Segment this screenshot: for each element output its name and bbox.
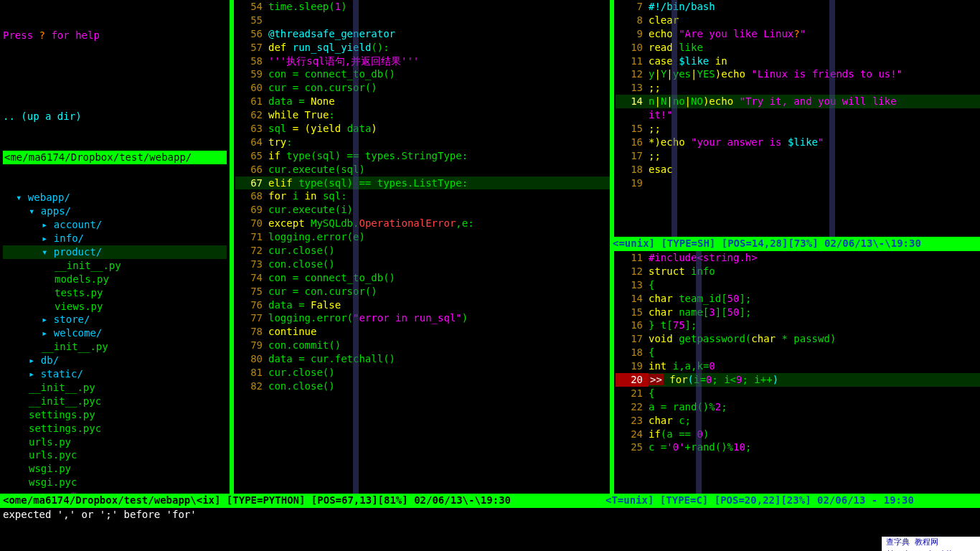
code-line[interactable]: 75 cur = con.cursor(): [235, 285, 610, 298]
code-line[interactable]: 10read like: [616, 41, 980, 55]
code-line[interactable]: 71 logging.error(e): [235, 230, 610, 244]
tree-item[interactable]: ▸ static/: [3, 367, 227, 381]
tree-item[interactable]: models.py: [3, 273, 227, 286]
tree-item[interactable]: __init__.py: [3, 381, 227, 395]
code-line[interactable]: 70 except MySQLdb.OperationalError,e:: [235, 217, 610, 230]
code-line[interactable]: 68 for i in sql:: [235, 189, 610, 203]
shell-editor-pane[interactable]: 7#!/bin/bash8clear9echo "Are you like Li…: [610, 0, 980, 237]
code-line[interactable]: 21 {: [616, 387, 980, 400]
code-line[interactable]: 74 con = connect_to_db(): [235, 271, 610, 285]
code-line[interactable]: 22 a = rand()%2;: [616, 400, 980, 414]
tree-item[interactable]: ▸ account/: [3, 218, 227, 232]
help-press: Press: [3, 29, 39, 41]
python-editor-pane[interactable]: 54 time.sleep(1)5556@threadsafe_generato…: [230, 0, 610, 494]
code-line[interactable]: 12 y|Y|yes|YES)echo "Linux is friends to…: [616, 67, 980, 81]
file-tree-pane[interactable]: Press ? for help .. (up a dir) <me/ma617…: [0, 0, 230, 494]
error-message: expected ',' or ';' before 'for': [0, 508, 980, 522]
tree-item[interactable]: settings.pyc: [3, 422, 227, 435]
tree-item[interactable]: __init__.py: [3, 259, 227, 273]
code-line[interactable]: 63 sql = (yield data): [235, 122, 610, 136]
tree-item[interactable]: __init__.pyc: [3, 395, 227, 408]
code-line[interactable]: 55: [235, 14, 610, 27]
c-editor-pane[interactable]: 11#include<string.h>12struct info13{14 c…: [610, 251, 980, 494]
code-line[interactable]: 8clear: [616, 14, 980, 27]
tree-item[interactable]: manage.py*: [3, 489, 227, 494]
code-line[interactable]: 65 if type(sql) == types.StringType:: [235, 149, 610, 163]
tree-path: <me/ma6174/Dropbox/test/webapp/: [3, 151, 227, 164]
tree-item[interactable]: wsgi.py: [3, 462, 227, 476]
code-line[interactable]: it!": [616, 108, 980, 122]
code-line[interactable]: 17 ;;: [616, 149, 980, 163]
code-line[interactable]: 77 logging.error("error in run_sql"): [235, 311, 610, 325]
tree-item[interactable]: ▾ webapp/: [3, 191, 227, 204]
code-line[interactable]: 79 con.commit(): [235, 339, 610, 352]
tree-item[interactable]: ▸ welcome/: [3, 326, 227, 340]
code-line[interactable]: 25 c ='0'+rand()%10;: [616, 441, 980, 454]
tree-item[interactable]: __init__.py: [3, 340, 227, 354]
code-line[interactable]: 14 n|N|no|NO)echo "Try it, and you will …: [616, 95, 980, 108]
code-line[interactable]: 16} t[75];: [616, 319, 980, 332]
code-line[interactable]: 80 data = cur.fetchall(): [235, 352, 610, 366]
code-line[interactable]: 19: [616, 176, 980, 190]
code-line[interactable]: 24 if(a == 0): [616, 428, 980, 441]
code-line[interactable]: 13 ;;: [616, 81, 980, 95]
tree-item[interactable]: ▸ store/: [3, 313, 227, 326]
code-line[interactable]: 14 char team_id[50];: [616, 292, 980, 306]
code-line[interactable]: 57def run_sql_yield():: [235, 41, 610, 55]
code-line[interactable]: 56@threadsafe_generator: [235, 27, 610, 41]
tree-item[interactable]: ▸ db/: [3, 354, 227, 367]
tree-item[interactable]: urls.py: [3, 435, 227, 449]
tree-item[interactable]: ▾ apps/: [3, 204, 227, 218]
code-line[interactable]: 67 elif type(sql) == types.ListType:: [235, 176, 610, 190]
help-key: ?: [39, 29, 45, 41]
tree-item[interactable]: urls.pyc: [3, 448, 227, 462]
code-line[interactable]: 11#include<string.h>: [616, 251, 980, 265]
watermark: 查字典 教程网jiaocheng.chazidian.com: [882, 537, 980, 551]
tree-item[interactable]: ▾ product/: [3, 245, 227, 259]
code-line[interactable]: 7#!/bin/bash: [616, 0, 980, 14]
code-line[interactable]: 54 time.sleep(1): [235, 0, 610, 14]
code-line[interactable]: 82 con.close(): [235, 380, 610, 393]
code-line[interactable]: 20>> for(i=0; i<9; i++): [616, 373, 980, 387]
code-line[interactable]: 73 con.close(): [235, 258, 610, 271]
code-line[interactable]: 11case $like in: [616, 55, 980, 68]
help-rest: for help: [45, 29, 100, 41]
code-line[interactable]: 61 data = None: [235, 95, 610, 108]
code-line[interactable]: 23 char c;: [616, 414, 980, 428]
code-line[interactable]: 18{: [616, 346, 980, 359]
code-line[interactable]: 76 data = False: [235, 298, 610, 312]
code-line[interactable]: 9echo "Are you like Linux?": [616, 27, 980, 41]
code-line[interactable]: 19 int i,a,k=0: [616, 359, 980, 373]
code-line[interactable]: 59 con = connect_to_db(): [235, 67, 610, 81]
code-line[interactable]: 72 cur.close(): [235, 244, 610, 258]
code-line[interactable]: 66 cur.execute(sql): [235, 163, 610, 176]
code-line[interactable]: 58 '''执行sql语句,并返回结果''': [235, 55, 610, 68]
code-line[interactable]: 69 cur.execute(i): [235, 203, 610, 217]
code-line[interactable]: 18esac: [616, 163, 980, 176]
main-status-bar: <ome/ma6174/Dropbox/test/webapp\<ix] [TY…: [0, 494, 980, 508]
tree-item[interactable]: ▸ info/: [3, 232, 227, 245]
code-line[interactable]: 64 try:: [235, 136, 610, 149]
code-line[interactable]: 81 cur.close(): [235, 366, 610, 380]
code-line[interactable]: 13{: [616, 278, 980, 292]
tree-item[interactable]: wsgi.pyc: [3, 476, 227, 489]
tree-item[interactable]: views.py: [3, 300, 227, 314]
code-line[interactable]: 15 char name[3][50];: [616, 306, 980, 319]
up-dir[interactable]: .. (up a dir): [3, 110, 227, 123]
code-line[interactable]: 17void getpassword(char * passwd): [616, 332, 980, 346]
tree-item[interactable]: settings.py: [3, 408, 227, 422]
code-line[interactable]: 16 *)echo "your answer is $like": [616, 136, 980, 149]
shell-status-bar: <=unix] [TYPE=SH] [POS=14,28][73%] 02/06…: [610, 237, 980, 251]
code-line[interactable]: 62 while True:: [235, 108, 610, 122]
code-line[interactable]: 78 continue: [235, 325, 610, 339]
code-line[interactable]: 60 cur = con.cursor(): [235, 81, 610, 95]
tree-item[interactable]: tests.py: [3, 286, 227, 300]
code-line[interactable]: 12struct info: [616, 265, 980, 278]
code-line[interactable]: 15 ;;: [616, 122, 980, 136]
